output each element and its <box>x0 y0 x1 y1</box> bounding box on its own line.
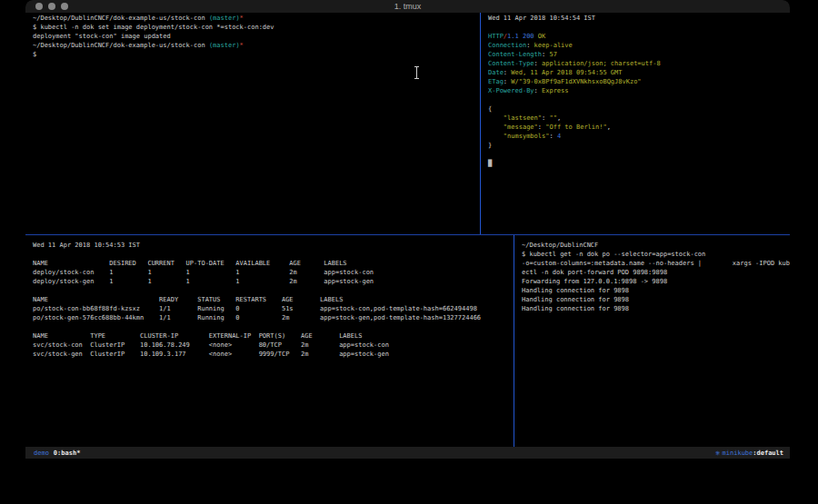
terminal-line: deploy/stock-con 1 1 1 1 2m app=stock-co… <box>33 268 521 277</box>
terminal-line: ectl -n dok port-forward POD 9898:9898 <box>522 268 790 277</box>
terminal-line: Wed 11 Apr 2018 10:54:53 IST <box>33 241 521 250</box>
window-title-bar[interactable]: 1. tmux <box>25 0 790 13</box>
terminal-line: Handling connection for 9898 <box>522 295 790 304</box>
terminal-line: "lastseen": "", <box>488 114 790 123</box>
pane-divider-vertical-top[interactable] <box>480 13 481 234</box>
terminal-line: { <box>488 104 790 114</box>
cluster-name: minikube <box>723 450 753 457</box>
tmux-status-bar: demo0:bash* ⎈minikube:default <box>25 447 790 459</box>
tmux-content: ~/Desktop/DublinCNCF/dok-example-us/stoc… <box>25 13 790 447</box>
terminal-line: HTTP/1.1 200 OK <box>488 32 790 41</box>
terminal-window: 1. tmux ~/Desktop/DublinCNCF/dok-example… <box>25 0 790 459</box>
terminal-line: ~/Desktop/DublinCNCF/dok-example-us/stoc… <box>33 14 487 23</box>
pane-bottom-right-port-forward[interactable]: ~/Desktop/DublinCNCF$ kubectl get -n dok… <box>514 235 790 447</box>
terminal-line: Connection: keep-alive <box>488 41 790 50</box>
terminal-line: "message": "Off to Berlin!", <box>488 123 790 132</box>
terminal-line: ETag: W/"39-0xBPf9aF1dXVNkhsxoBQgJ8vKzo" <box>488 77 790 86</box>
session-name: demo <box>34 450 49 457</box>
terminal-line: Date: Wed, 11 Apr 2018 09:54:55 GMT <box>488 68 790 77</box>
screenshot-background: 1. tmux ~/Desktop/DublinCNCF/dok-example… <box>0 0 818 504</box>
terminal-line: NAME DESIRED CURRENT UP-TO-DATE AVAILABL… <box>33 259 521 268</box>
terminal-line: ~/Desktop/DublinCNCF <box>522 241 790 250</box>
terminal-line: po/stock-con-bb68f88fd-kzsxz 1/1 Running… <box>33 304 521 313</box>
kube-context: :default <box>753 450 783 457</box>
terminal-line: po/stock-gen-576cc688bb-44kmn 1/1 Runnin… <box>33 313 521 322</box>
terminal-line: Wed 11 Apr 2018 10:54:54 IST <box>488 14 790 23</box>
terminal-line: } <box>488 141 790 150</box>
terminal-line <box>488 23 790 32</box>
pane-top-right-http-response[interactable]: Wed 11 Apr 2018 10:54:54 IST HTTP/1.1 20… <box>481 13 790 235</box>
terminal-line: svc/stock-con ClusterIP 10.106.78.249 <n… <box>33 341 521 350</box>
mouse-text-cursor-icon <box>414 66 420 79</box>
status-right: ⎈minikube:default <box>715 450 790 457</box>
window-tab-bash[interactable]: 0:bash* <box>54 450 81 457</box>
terminal-line <box>33 250 521 259</box>
terminal-line: $ <box>33 50 487 59</box>
pane-divider-vertical-bottom[interactable] <box>514 235 514 447</box>
pane-divider-horizontal[interactable] <box>25 234 790 235</box>
terminal-line <box>33 322 521 331</box>
terminal-line: "numsymbols": 4 <box>488 132 790 141</box>
terminal-line: NAME READY STATUS RESTARTS AGE LABELS <box>33 295 521 304</box>
terminal-line: $ kubectl get -n dok po --selector=app=s… <box>522 250 790 259</box>
terminal-line <box>33 286 521 295</box>
terminal-line: svc/stock-gen ClusterIP 10.109.3.177 <no… <box>33 350 521 359</box>
terminal-line: deployment "stock-con" image updated <box>33 32 487 41</box>
terminal-line: Content-Length: 57 <box>488 50 790 59</box>
terminal-cursor: █ <box>488 160 492 167</box>
pane-top-left-shell[interactable]: ~/Desktop/DublinCNCF/dok-example-us/stoc… <box>25 13 487 235</box>
terminal-line: -o=custom-columns=:metadata.name --no-he… <box>522 259 790 268</box>
status-left: demo0:bash* <box>25 450 80 457</box>
terminal-line <box>488 95 790 104</box>
terminal-line: Handling connection for 9898 <box>522 304 790 313</box>
terminal-line: Forwarding from 127.0.0.1:9898 -> 9898 <box>522 277 790 286</box>
helm-wheel-icon: ⎈ <box>715 450 721 457</box>
terminal-line: Handling connection for 9898 <box>522 286 790 295</box>
pane-bottom-left-kubectl-watch[interactable]: Wed 11 Apr 2018 10:54:53 IST NAME DESIRE… <box>25 235 521 447</box>
terminal-line: deploy/stock-gen 1 1 1 1 2m app=stock-ge… <box>33 277 521 286</box>
terminal-line: NAME TYPE CLUSTER-IP EXTERNAL-IP PORT(S)… <box>33 331 521 341</box>
window-title: 1. tmux <box>25 1 790 12</box>
terminal-line: ~/Desktop/DublinCNCF/dok-example-us/stoc… <box>33 41 487 50</box>
terminal-line: X-Powered-By: Express <box>488 86 790 95</box>
terminal-line: $ kubectl -n dok set image deployment/st… <box>33 23 487 32</box>
terminal-line: Content-Type: application/json; charset=… <box>488 59 790 68</box>
terminal-line: █ <box>488 159 790 168</box>
terminal-line <box>488 150 790 159</box>
